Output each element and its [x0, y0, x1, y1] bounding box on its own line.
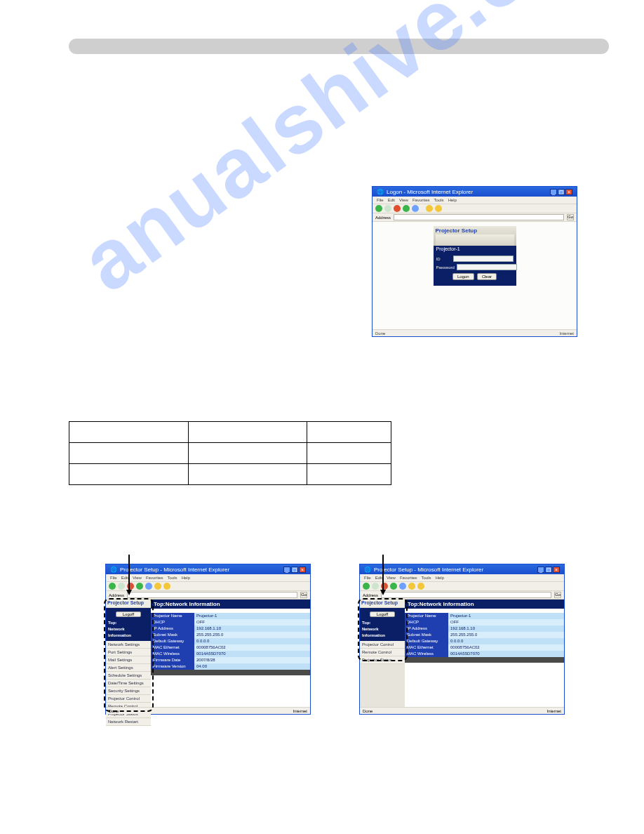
logoff-button[interactable]: Logoff [370, 611, 395, 617]
logon-button[interactable]: Logon [452, 273, 474, 280]
search-icon[interactable] [408, 583, 415, 590]
close-icon[interactable]: × [299, 567, 306, 573]
menu-item[interactable]: File [377, 198, 384, 202]
forward-icon[interactable] [384, 205, 391, 212]
cred-cell [188, 443, 307, 464]
window-title: Projector Setup - Microsoft Internet Exp… [120, 567, 229, 573]
address-input[interactable] [127, 592, 297, 598]
menu-item[interactable]: View [399, 198, 408, 202]
forward-icon[interactable] [118, 583, 125, 590]
refresh-icon[interactable] [390, 583, 397, 590]
minimize-icon[interactable]: _ [550, 189, 557, 195]
toolbar[interactable] [373, 204, 577, 213]
menu-item[interactable]: View [133, 576, 142, 580]
search-icon[interactable] [426, 205, 433, 212]
favorites-icon[interactable] [435, 205, 442, 212]
clear-button[interactable]: Clear [477, 273, 497, 280]
cred-header-1 [69, 422, 189, 443]
sidebar-item[interactable]: Projector Status [360, 656, 405, 664]
menu-item[interactable]: View [387, 576, 396, 580]
info-val: 0014A55D7070 [448, 651, 564, 657]
back-icon[interactable] [363, 583, 370, 590]
sidebar-item[interactable]: Schedule Settings [106, 672, 151, 680]
address-input[interactable] [394, 214, 564, 220]
status-right: Internet [547, 709, 561, 713]
menubar[interactable]: File Edit View Favorites Tools Help [373, 197, 577, 204]
dark-separator [151, 670, 310, 675]
sidebar-item[interactable]: Alert Settings [106, 664, 151, 672]
address-input[interactable] [381, 592, 551, 598]
home-icon[interactable] [399, 583, 406, 590]
maximize-icon[interactable]: ▢ [545, 567, 552, 573]
refresh-icon[interactable] [136, 583, 143, 590]
menu-item[interactable]: Help [182, 576, 190, 580]
info-val: 00008756AC02 [448, 644, 564, 651]
go-button[interactable]: Go [554, 592, 561, 598]
info-key: MAC Ethernet [151, 644, 194, 651]
info-key: MAC Ethernet [405, 644, 448, 651]
menu-item[interactable]: Tools [434, 198, 444, 202]
info-key: DHCP [405, 619, 448, 626]
info-key: IP Address [151, 626, 194, 632]
info-val: OFF [194, 619, 310, 626]
toolbar[interactable] [106, 581, 310, 591]
sidebar-item[interactable]: Port Settings [106, 649, 151, 656]
sidebar-item[interactable]: Projector Control [106, 695, 151, 703]
sidebar-item[interactable]: Network Restart [106, 718, 151, 726]
sidebar: Projector Setup Logoff Top: Network Info… [360, 600, 405, 707]
stop-icon[interactable] [394, 205, 401, 212]
menu-item[interactable]: Tools [422, 576, 431, 580]
sidebar-item[interactable]: Date/Time Settings [106, 680, 151, 687]
info-val: 192.168.1.10 [194, 626, 310, 632]
toolbar[interactable] [360, 581, 564, 591]
home-icon[interactable] [145, 583, 152, 590]
close-icon[interactable]: × [565, 189, 572, 195]
sidebar-item[interactable]: Network Settings [106, 641, 151, 649]
sidebar-item[interactable]: Projector Control [360, 641, 405, 649]
sidebar-item[interactable]: Security Settings [106, 687, 151, 695]
back-icon[interactable] [375, 205, 382, 212]
menu-item[interactable]: Favorites [400, 576, 417, 580]
maximize-icon[interactable]: ▢ [558, 189, 565, 195]
cred-cell [69, 464, 189, 485]
status-bar: Done Internet [106, 707, 310, 714]
sidebar-item[interactable]: Remote Control [360, 649, 405, 656]
status-left: Done [109, 709, 119, 713]
menubar[interactable]: File Edit View Favorites Tools Help [360, 574, 564, 581]
menu-item[interactable]: Help [448, 198, 457, 202]
maximize-icon[interactable]: ▢ [291, 567, 298, 573]
search-icon[interactable] [154, 583, 161, 590]
page-header-bar [69, 39, 609, 54]
menu-item[interactable]: Favorites [146, 576, 163, 580]
sidebar-sel-line: Information [108, 633, 149, 639]
menu-item[interactable]: Tools [168, 576, 177, 580]
minimize-icon[interactable]: _ [537, 567, 544, 573]
menu-item[interactable]: Favorites [412, 198, 430, 202]
sidebar-item[interactable]: Mail Settings [106, 656, 151, 664]
close-icon[interactable]: × [553, 567, 560, 573]
favorites-icon[interactable] [163, 583, 170, 590]
main-panel: Top:Network Information Projector NamePr… [151, 600, 310, 707]
refresh-icon[interactable] [403, 205, 410, 212]
forward-icon[interactable] [372, 583, 379, 590]
favorites-icon[interactable] [417, 583, 424, 590]
logoff-button[interactable]: Logoff [116, 611, 141, 617]
go-button[interactable]: Go [300, 592, 307, 598]
address-label: Address [363, 593, 378, 597]
menubar[interactable]: File Edit View Favorites Tools Help [106, 574, 310, 581]
minimize-icon[interactable]: _ [283, 567, 290, 573]
menu-item[interactable]: File [110, 576, 117, 580]
home-icon[interactable] [412, 205, 419, 212]
back-icon[interactable] [109, 583, 116, 590]
address-label: Address [109, 593, 124, 597]
info-val: Projector-1 [448, 613, 564, 619]
info-val: 0.0.0.0 [194, 638, 310, 644]
id-input[interactable] [453, 256, 514, 262]
go-button[interactable]: Go [567, 214, 574, 220]
status-left: Done [375, 331, 385, 336]
menu-item[interactable]: Help [436, 576, 444, 580]
password-input[interactable] [457, 264, 517, 270]
sidebar-sel-line: Network [108, 626, 149, 633]
menu-item[interactable]: File [364, 576, 371, 580]
menu-item[interactable]: Edit [388, 198, 395, 202]
